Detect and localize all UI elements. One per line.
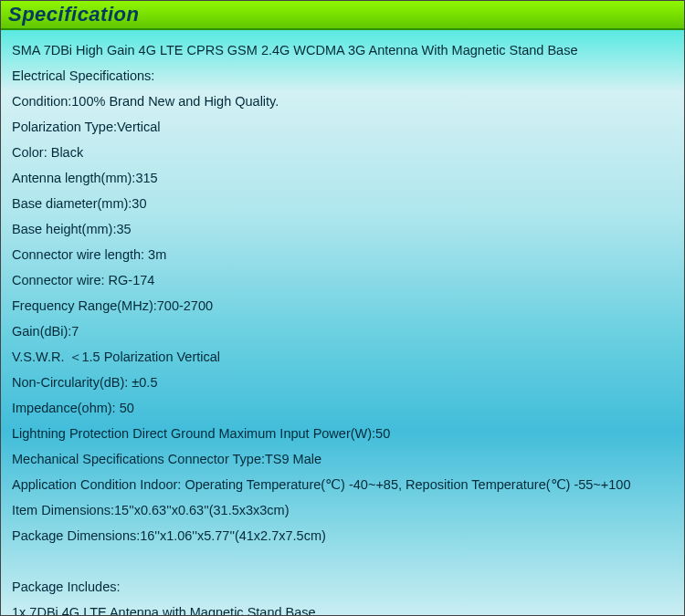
spec-line: Package Dimensions:16''x1.06''x5.77''(41… bbox=[12, 523, 673, 548]
spec-line: Connector wire length: 3m bbox=[12, 242, 673, 267]
spec-header-title: Specification bbox=[8, 3, 139, 26]
spec-line: Connector wire: RG-174 bbox=[12, 267, 673, 293]
spec-line: Item Dimensions:15''x0.63''x0.63''(31.5x… bbox=[12, 497, 673, 523]
spec-header: Specification bbox=[1, 1, 684, 30]
spec-line: Base height(mm):35 bbox=[12, 216, 673, 242]
spec-line: V.S.W.R. ＜1.5 Polarization Vertical bbox=[12, 344, 673, 370]
spec-line: Base diameter(mm):30 bbox=[12, 191, 673, 216]
spec-line: Gain(dBi):7 bbox=[12, 318, 673, 344]
spec-line: Package Includes: bbox=[12, 574, 673, 600]
spec-line: Application Condition Indoor: Operating … bbox=[12, 472, 673, 497]
spec-line: Condition:100% Brand New and High Qualit… bbox=[12, 89, 673, 114]
spec-line: Impedance(ohm): 50 bbox=[12, 395, 673, 421]
spec-line: Frequency Range(MHz):700-2700 bbox=[12, 293, 673, 318]
spec-line: Electrical Specifications: bbox=[12, 63, 673, 89]
spec-blank-line bbox=[12, 548, 673, 574]
spec-line: Non-Circularity(dB): ±0.5 bbox=[12, 370, 673, 395]
spec-line: 1x 7DBi 4G LTE Antenna with Magnetic Sta… bbox=[12, 600, 673, 616]
spec-line: Polarization Type:Vertical bbox=[12, 114, 673, 140]
spec-line: Lightning Protection Direct Ground Maxim… bbox=[12, 421, 673, 446]
spec-line: SMA 7DBi High Gain 4G LTE CPRS GSM 2.4G … bbox=[12, 37, 673, 63]
spec-line: Mechanical Specifications Connector Type… bbox=[12, 446, 673, 472]
spec-content: SMA 7DBi High Gain 4G LTE CPRS GSM 2.4G … bbox=[1, 30, 684, 616]
spec-line: Color: Black bbox=[12, 140, 673, 165]
spec-line: Antenna length(mm):315 bbox=[12, 165, 673, 191]
